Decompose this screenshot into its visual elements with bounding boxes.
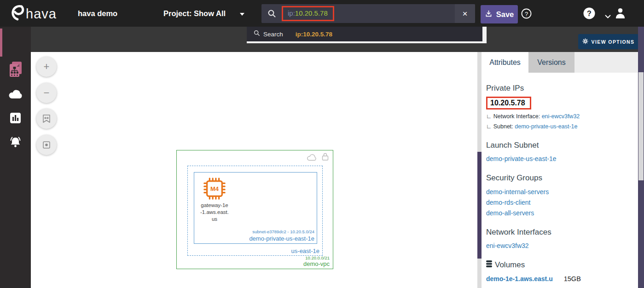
zoom-out-button[interactable]: − xyxy=(36,83,57,103)
search-icon xyxy=(254,30,260,38)
volume-row: demo-1e-1.aws.east.u 15GB xyxy=(486,275,632,282)
ec2-instance-node[interactable]: M4 gateway-1e -1.aws.east. us xyxy=(198,176,231,223)
zoom-reset-button[interactable] xyxy=(36,135,57,155)
save-label: Save xyxy=(496,10,514,19)
hava-logo[interactable]: hava xyxy=(6,4,57,24)
user-account-icon[interactable] xyxy=(615,7,626,21)
search-icon xyxy=(267,9,276,20)
sidebar-item-environments[interactable] xyxy=(0,88,31,101)
gear-icon xyxy=(582,38,588,45)
sidebar-item-alerts[interactable] xyxy=(0,136,31,151)
private-ip-value: 10.20.5.78 xyxy=(486,97,531,109)
search-suggestion-item[interactable]: Search ip:10.20.5.78 xyxy=(247,27,487,41)
panel-scrollbar-thumb[interactable] xyxy=(477,152,482,259)
security-group-link[interactable]: demo-rds-client xyxy=(486,199,632,206)
search-input[interactable]: ip:10.20.5.78 × xyxy=(261,4,475,23)
ip-network-interface-row: ∟ Network Interface: eni-ewcv3fw32 xyxy=(486,113,632,120)
vpc-labels: 10.20.0.0/21 demo-vpc xyxy=(303,255,330,267)
subnet-labels: subnet-e3789dc2 - 10.20.5.0/24 demo-priv… xyxy=(249,229,314,242)
logo-wordmark: hava xyxy=(26,6,57,22)
subnet-node[interactable]: M4 gateway-1e -1.aws.east. us subnet-e37… xyxy=(194,172,317,244)
help-outline-icon[interactable]: ? xyxy=(521,8,532,21)
diagrams-document-icon xyxy=(8,61,23,80)
save-button[interactable]: Save xyxy=(481,5,518,23)
page-scrollbar-track[interactable] xyxy=(638,27,644,288)
volumes-heading: Volumes xyxy=(486,260,632,270)
network-interfaces-heading: Network Interfaces xyxy=(486,228,632,237)
launch-subnet-heading: Launch Subnet xyxy=(486,141,632,150)
private-ips-heading: Private IPs xyxy=(486,84,632,93)
zoom-in-button[interactable]: + xyxy=(36,57,57,77)
availability-zone-node[interactable]: us-east-1e M4 xyxy=(187,166,323,256)
panel-scrollbar-track[interactable] xyxy=(477,52,482,288)
security-groups-heading: Security Groups xyxy=(486,173,632,183)
security-group-link[interactable]: demo-internal-servers xyxy=(486,188,632,196)
left-sidebar xyxy=(0,27,31,288)
diagram-canvas[interactable]: + − 10.20.0.0/21 demo-vpc xyxy=(31,52,477,288)
tab-attributes[interactable]: Attributes xyxy=(482,52,528,73)
search-suggestion-dropdown: Search ip:10.20.5.78 xyxy=(247,27,487,43)
attributes-panel: Attributes Versions Private IPs 10.20.5.… xyxy=(477,52,638,288)
download-icon xyxy=(485,10,493,19)
instance-name-label: gateway-1e -1.aws.east. us xyxy=(198,202,231,223)
volume-name-link[interactable]: demo-1e-1.aws.east.u xyxy=(486,275,553,282)
chevron-down-icon[interactable] xyxy=(605,12,611,20)
help-filled-icon[interactable]: ? xyxy=(583,7,595,21)
page-scrollbar-thumb[interactable] xyxy=(638,72,644,180)
launch-subnet-link[interactable]: demo-private-us-east-1e xyxy=(486,155,632,162)
active-item-accent-bar xyxy=(0,29,2,57)
bell-icon xyxy=(9,136,22,151)
cloud-icon xyxy=(8,88,23,101)
lock-icon xyxy=(321,152,329,163)
zoom-fit-button[interactable] xyxy=(36,109,57,129)
bar-chart-icon xyxy=(10,112,21,126)
subnet-id-cidr-label: subnet-e3789dc2 - 10.20.5.0/24 xyxy=(249,229,314,234)
clear-search-button[interactable]: × xyxy=(455,4,475,23)
hava-logo-icon xyxy=(6,4,25,24)
annotation-red-box-search xyxy=(282,6,334,21)
sidebar-item-reports[interactable] xyxy=(0,112,31,126)
volume-size-value: 15GB xyxy=(564,275,581,282)
instance-type-label: M4 xyxy=(202,176,227,201)
project-selector[interactable]: Project: Show All xyxy=(163,0,226,27)
cloud-sync-icon xyxy=(307,154,317,163)
suggestion-action-label: Search xyxy=(263,31,283,38)
vpc-node[interactable]: 10.20.0.0/21 demo-vpc us-east-1e xyxy=(176,150,333,269)
svg-text:?: ? xyxy=(525,11,528,17)
suggestion-query-text: ip:10.20.5.78 xyxy=(296,31,332,38)
volumes-disk-icon xyxy=(486,260,492,270)
view-options-label: VIEW OPTIONS xyxy=(592,39,635,45)
chevron-down-icon[interactable] xyxy=(240,13,244,16)
subnet-link[interactable]: demo-private-us-east-1e xyxy=(515,123,577,130)
dropdown-scrollbar[interactable] xyxy=(482,27,487,42)
workspace-title: hava demo xyxy=(78,0,117,27)
vpc-name-label: demo-vpc xyxy=(303,260,330,267)
network-interface-link[interactable]: eni-ewcv3fw32 xyxy=(542,113,580,120)
tab-versions[interactable]: Versions xyxy=(528,52,574,73)
panel-tabbar: Attributes Versions xyxy=(482,52,638,73)
network-interface-link[interactable]: eni-ewcv3fw32 xyxy=(486,242,632,249)
subnet-name-label: demo-private-us-east-1e xyxy=(249,235,314,242)
az-name-label: us-east-1e xyxy=(291,248,319,254)
view-options-button[interactable]: VIEW OPTIONS xyxy=(578,34,638,49)
ip-subnet-row: ∟ Subnet: demo-private-us-east-1e xyxy=(486,123,632,130)
top-navbar: hava hava demo Project: Show All ip:10.2… xyxy=(0,0,644,27)
vpc-cidr-label: 10.20.0.0/21 xyxy=(303,255,330,260)
security-group-link[interactable]: demo-all-servers xyxy=(486,209,632,217)
svg-text:?: ? xyxy=(587,10,592,17)
sidebar-item-diagrams[interactable] xyxy=(0,61,31,80)
